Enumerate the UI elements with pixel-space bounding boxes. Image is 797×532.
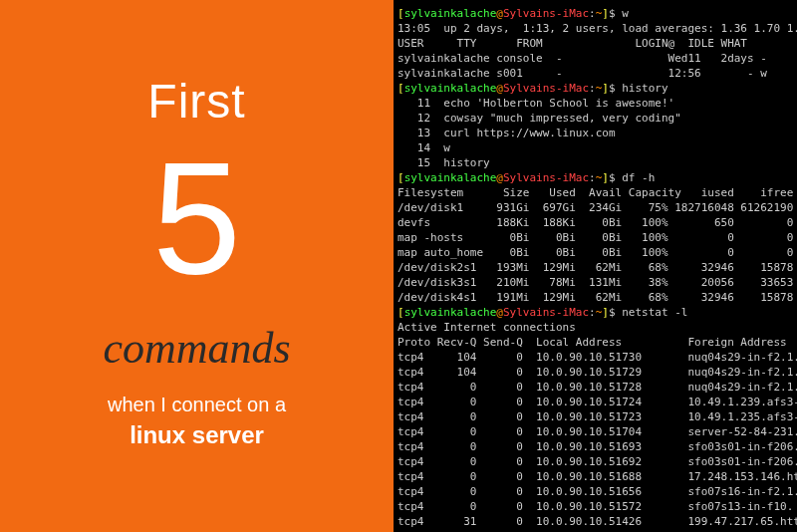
output-netstat-0: Active Internet connections [394,320,797,335]
output-df-2: devfs 188Ki 188Ki 0Bi 100% 650 0 [394,215,797,230]
output-df-4: map auto_home 0Bi 0Bi 0Bi 100% 0 0 [394,245,797,260]
output-netstat-12: tcp4 0 0 10.0.90.10.51572 sfo07s13-in-f1… [394,499,797,514]
output-netstat-6: tcp4 0 0 10.0.90.10.51723 10.49.1.235.af… [394,409,797,424]
prompt-line-w: [sylvainkalache@Sylvains-iMac:~]$ w [394,6,797,21]
output-history-3: 14 w [394,140,797,155]
output-w-0: 13:05 up 2 days, 1:13, 2 users, load ave… [394,21,797,36]
subtitle-line-1: when I connect on a [108,394,286,416]
output-netstat-7: tcp4 0 0 10.0.90.10.51704 server-52-84-2… [394,424,797,439]
output-netstat-9: tcp4 0 0 10.0.90.10.51692 sfo03s01-in-f2… [394,454,797,469]
output-netstat-8: tcp4 0 0 10.0.90.10.51693 sfo03s01-in-f2… [394,439,797,454]
prompt-line-netstat: [sylvainkalache@Sylvains-iMac:~]$ netsta… [394,305,797,320]
prompt-line-df: [sylvainkalache@Sylvains-iMac:~]$ df -h [394,170,797,185]
title-word-first: First [147,74,245,129]
title-word-commands: commands [103,323,290,374]
output-netstat-1: Proto Recv-Q Send-Q Local Address Foreig… [394,335,797,350]
output-netstat-2: tcp4 104 0 10.0.90.10.51730 nuq04s29-in-… [394,350,797,365]
output-w-2: sylvainkalache console - Wed11 2days - [394,51,797,66]
title-card: First 5 commands when I connect on a lin… [0,0,394,532]
output-df-0: Filesystem Size Used Avail Capacity iuse… [394,185,797,200]
output-df-1: /dev/disk1 931Gi 697Gi 234Gi 75% 1827160… [394,200,797,215]
output-df-7: /dev/disk4s1 191Mi 129Mi 62Mi 68% 32946 … [394,290,797,305]
output-df-6: /dev/disk3s1 210Mi 78Mi 131Mi 38% 20056 … [394,275,797,290]
output-w-1: USER TTY FROM LOGIN@ IDLE WHAT [394,36,797,51]
output-df-5: /dev/disk2s1 193Mi 129Mi 62Mi 68% 32946 … [394,260,797,275]
output-netstat-13: tcp4 31 0 10.0.90.10.51426 199.47.217.65… [394,514,797,529]
output-netstat-4: tcp4 0 0 10.0.90.10.51728 nuq04s29-in-f2… [394,380,797,395]
output-history-1: 12 cowsay "much impressed, very coding" [394,111,797,126]
output-history-0: 11 echo 'Holberton School is awesome!' [394,96,797,111]
output-netstat-3: tcp4 104 0 10.0.90.10.51729 nuq04s29-in-… [394,365,797,380]
prompt-line-history: [sylvainkalache@Sylvains-iMac:~]$ histor… [394,81,797,96]
output-netstat-11: tcp4 0 0 10.0.90.10.51656 sfo07s16-in-f2… [394,484,797,499]
output-netstat-5: tcp4 0 0 10.0.90.10.51724 10.49.1.239.af… [394,395,797,409]
title-number-five: 5 [152,138,241,298]
terminal-window[interactable]: [sylvainkalache@Sylvains-iMac:~]$ w13:05… [394,0,797,532]
output-netstat-10: tcp4 0 0 10.0.90.10.51688 17.248.153.146… [394,469,797,484]
output-history-4: 15 history [394,155,797,170]
output-w-3: sylvainkalache s001 - 12:56 - w [394,66,797,81]
output-df-3: map -hosts 0Bi 0Bi 0Bi 100% 0 0 [394,230,797,245]
subtitle-line-2: linux server [130,421,264,449]
output-history-2: 13 curl https://www.linux.com [394,126,797,140]
